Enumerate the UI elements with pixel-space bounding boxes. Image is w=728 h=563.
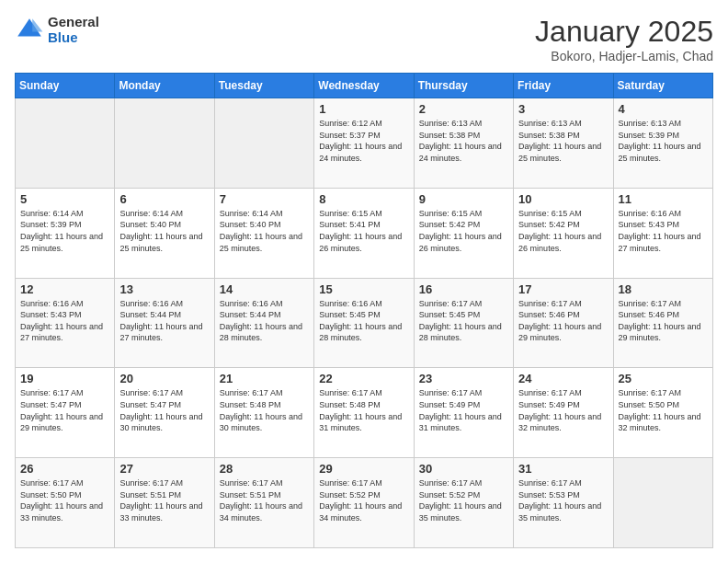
table-row: 20Sunrise: 6:17 AM Sunset: 5:47 PM Dayli… <box>115 368 214 458</box>
calendar-header-row: Sunday Monday Tuesday Wednesday Thursday… <box>16 74 713 98</box>
calendar-week-row: 1Sunrise: 6:12 AM Sunset: 5:37 PM Daylig… <box>16 98 713 189</box>
day-info: Sunrise: 6:17 AM Sunset: 5:48 PM Dayligh… <box>220 387 309 433</box>
table-row <box>214 98 313 189</box>
table-row: 26Sunrise: 6:17 AM Sunset: 5:50 PM Dayli… <box>16 458 115 548</box>
header: General Blue January 2025 Bokoro, Hadjer… <box>15 15 713 63</box>
day-info: Sunrise: 6:15 AM Sunset: 5:41 PM Dayligh… <box>319 208 408 254</box>
table-row: 23Sunrise: 6:17 AM Sunset: 5:49 PM Dayli… <box>414 368 513 458</box>
table-row: 18Sunrise: 6:17 AM Sunset: 5:46 PM Dayli… <box>613 278 712 368</box>
day-info: Sunrise: 6:16 AM Sunset: 5:44 PM Dayligh… <box>220 298 309 344</box>
header-tuesday: Tuesday <box>214 74 313 98</box>
day-number: 20 <box>119 372 209 385</box>
table-row: 4Sunrise: 6:13 AM Sunset: 5:39 PM Daylig… <box>613 98 712 189</box>
day-info: Sunrise: 6:15 AM Sunset: 5:42 PM Dayligh… <box>518 208 608 254</box>
header-saturday: Saturday <box>613 74 712 98</box>
day-number: 2 <box>419 102 508 116</box>
table-row: 12Sunrise: 6:16 AM Sunset: 5:43 PM Dayli… <box>16 278 115 368</box>
day-number: 24 <box>518 372 608 385</box>
table-row: 6Sunrise: 6:14 AM Sunset: 5:40 PM Daylig… <box>115 188 214 278</box>
table-row <box>115 98 214 189</box>
table-row: 3Sunrise: 6:13 AM Sunset: 5:38 PM Daylig… <box>514 98 613 189</box>
day-number: 27 <box>119 462 209 476</box>
day-info: Sunrise: 6:16 AM Sunset: 5:45 PM Dayligh… <box>319 298 408 344</box>
header-thursday: Thursday <box>414 74 513 98</box>
day-info: Sunrise: 6:17 AM Sunset: 5:47 PM Dayligh… <box>119 387 209 433</box>
table-row: 30Sunrise: 6:17 AM Sunset: 5:52 PM Dayli… <box>414 458 513 548</box>
table-row: 21Sunrise: 6:17 AM Sunset: 5:48 PM Dayli… <box>214 368 313 458</box>
day-number: 26 <box>20 462 109 476</box>
day-info: Sunrise: 6:16 AM Sunset: 5:44 PM Dayligh… <box>119 298 209 344</box>
calendar-week-row: 5Sunrise: 6:14 AM Sunset: 5:39 PM Daylig… <box>16 188 713 278</box>
day-number: 31 <box>518 462 608 476</box>
title-block: January 2025 Bokoro, Hadjer-Lamis, Chad <box>535 15 713 63</box>
day-info: Sunrise: 6:14 AM Sunset: 5:40 PM Dayligh… <box>220 208 309 254</box>
table-row: 9Sunrise: 6:15 AM Sunset: 5:42 PM Daylig… <box>414 188 513 278</box>
day-number: 23 <box>419 372 508 385</box>
day-info: Sunrise: 6:16 AM Sunset: 5:43 PM Dayligh… <box>619 208 708 254</box>
table-row: 16Sunrise: 6:17 AM Sunset: 5:45 PM Dayli… <box>414 278 513 368</box>
day-info: Sunrise: 6:16 AM Sunset: 5:43 PM Dayligh… <box>20 298 109 344</box>
table-row: 27Sunrise: 6:17 AM Sunset: 5:51 PM Dayli… <box>115 458 214 548</box>
day-info: Sunrise: 6:17 AM Sunset: 5:50 PM Dayligh… <box>619 387 708 433</box>
day-number: 16 <box>419 282 508 296</box>
table-row: 19Sunrise: 6:17 AM Sunset: 5:47 PM Dayli… <box>16 368 115 458</box>
day-number: 1 <box>319 102 408 116</box>
table-row <box>16 98 115 189</box>
day-number: 29 <box>319 462 408 476</box>
table-row: 15Sunrise: 6:16 AM Sunset: 5:45 PM Dayli… <box>314 278 414 368</box>
day-number: 21 <box>220 372 309 385</box>
table-row: 28Sunrise: 6:17 AM Sunset: 5:51 PM Dayli… <box>214 458 313 548</box>
logo: General Blue <box>15 15 99 45</box>
day-number: 28 <box>220 462 309 476</box>
table-row: 25Sunrise: 6:17 AM Sunset: 5:50 PM Dayli… <box>613 368 712 458</box>
header-wednesday: Wednesday <box>314 74 414 98</box>
day-number: 9 <box>419 192 508 206</box>
logo-text: General Blue <box>48 15 99 45</box>
day-number: 4 <box>619 102 708 116</box>
day-info: Sunrise: 6:14 AM Sunset: 5:40 PM Dayligh… <box>119 208 209 254</box>
table-row: 13Sunrise: 6:16 AM Sunset: 5:44 PM Dayli… <box>115 278 214 368</box>
table-row: 7Sunrise: 6:14 AM Sunset: 5:40 PM Daylig… <box>214 188 313 278</box>
calendar-week-row: 12Sunrise: 6:16 AM Sunset: 5:43 PM Dayli… <box>16 278 713 368</box>
day-number: 12 <box>20 282 109 296</box>
day-number: 6 <box>119 192 209 206</box>
day-number: 7 <box>220 192 309 206</box>
day-info: Sunrise: 6:17 AM Sunset: 5:46 PM Dayligh… <box>518 298 608 344</box>
calendar-week-row: 26Sunrise: 6:17 AM Sunset: 5:50 PM Dayli… <box>16 458 713 548</box>
table-row: 1Sunrise: 6:12 AM Sunset: 5:37 PM Daylig… <box>314 98 414 189</box>
table-row: 10Sunrise: 6:15 AM Sunset: 5:42 PM Dayli… <box>514 188 613 278</box>
table-row: 17Sunrise: 6:17 AM Sunset: 5:46 PM Dayli… <box>514 278 613 368</box>
day-info: Sunrise: 6:17 AM Sunset: 5:45 PM Dayligh… <box>419 298 508 344</box>
day-info: Sunrise: 6:13 AM Sunset: 5:38 PM Dayligh… <box>419 118 508 164</box>
header-friday: Friday <box>514 74 613 98</box>
day-number: 15 <box>319 282 408 296</box>
day-number: 8 <box>319 192 408 206</box>
day-number: 30 <box>419 462 508 476</box>
table-row: 31Sunrise: 6:17 AM Sunset: 5:53 PM Dayli… <box>514 458 613 548</box>
calendar-week-row: 19Sunrise: 6:17 AM Sunset: 5:47 PM Dayli… <box>16 368 713 458</box>
day-number: 5 <box>20 192 109 206</box>
logo-blue-text: Blue <box>48 30 99 46</box>
day-info: Sunrise: 6:17 AM Sunset: 5:49 PM Dayligh… <box>518 387 608 433</box>
calendar-subtitle: Bokoro, Hadjer-Lamis, Chad <box>535 49 713 63</box>
page: General Blue January 2025 Bokoro, Hadjer… <box>0 0 728 563</box>
day-info: Sunrise: 6:17 AM Sunset: 5:51 PM Dayligh… <box>220 477 309 523</box>
day-info: Sunrise: 6:17 AM Sunset: 5:52 PM Dayligh… <box>319 477 408 523</box>
day-info: Sunrise: 6:17 AM Sunset: 5:47 PM Dayligh… <box>20 387 109 433</box>
day-info: Sunrise: 6:14 AM Sunset: 5:39 PM Dayligh… <box>20 208 109 254</box>
table-row: 11Sunrise: 6:16 AM Sunset: 5:43 PM Dayli… <box>613 188 712 278</box>
table-row <box>613 458 712 548</box>
svg-marker-1 <box>32 18 42 31</box>
day-number: 3 <box>518 102 608 116</box>
day-number: 14 <box>220 282 309 296</box>
logo-general-text: General <box>48 15 99 30</box>
day-number: 13 <box>119 282 209 296</box>
day-number: 19 <box>20 372 109 385</box>
calendar-title: January 2025 <box>535 15 713 49</box>
day-info: Sunrise: 6:17 AM Sunset: 5:50 PM Dayligh… <box>20 477 109 523</box>
day-number: 11 <box>619 192 708 206</box>
day-number: 18 <box>619 282 708 296</box>
day-info: Sunrise: 6:17 AM Sunset: 5:46 PM Dayligh… <box>619 298 708 344</box>
day-info: Sunrise: 6:17 AM Sunset: 5:53 PM Dayligh… <box>518 477 608 523</box>
day-number: 17 <box>518 282 608 296</box>
